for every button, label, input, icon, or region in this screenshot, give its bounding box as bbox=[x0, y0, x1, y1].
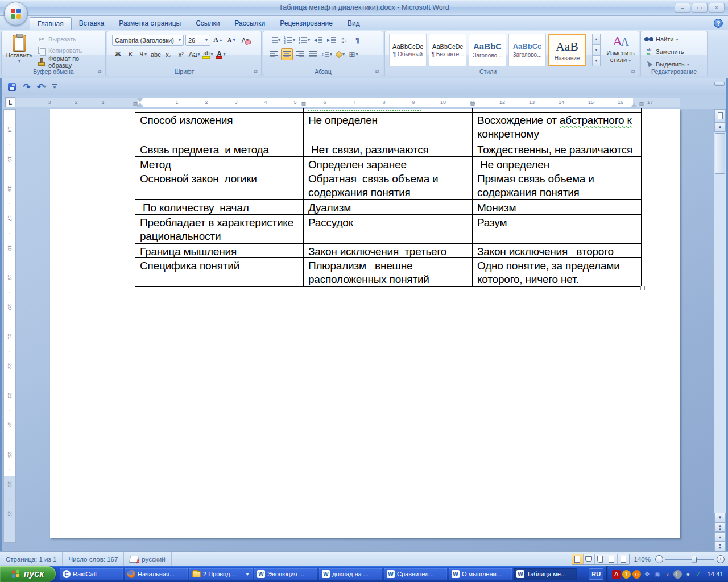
shrink-font-button[interactable]: A▼ bbox=[226, 34, 238, 46]
split-view-handle[interactable] bbox=[714, 82, 725, 86]
paste-button[interactable]: Вставить ▾ bbox=[5, 34, 34, 69]
cut-button[interactable]: ✂ Вырезать bbox=[36, 34, 103, 45]
gallery-expand-button[interactable]: ▼ bbox=[592, 56, 601, 66]
fullscreen-reading-view-button[interactable] bbox=[584, 554, 595, 564]
table-cell[interactable]: Прямая связь объема и содержания понятия bbox=[473, 171, 642, 200]
align-right-button[interactable] bbox=[294, 48, 306, 60]
keyboard-language-indicator[interactable]: RU bbox=[589, 568, 603, 580]
table-cell[interactable]: Нет связи, различаются bbox=[304, 142, 473, 157]
vertical-ruler[interactable]: 14·15·16·17·18·19·20·21·22·23·24·25·26·2… bbox=[3, 109, 16, 543]
view-ruler-toggle-button[interactable] bbox=[714, 109, 726, 122]
document-page[interactable]: Способ изложения Не определен Восхождени… bbox=[50, 109, 680, 538]
font-name-combo[interactable]: Cambria (Заголовки)▾ bbox=[112, 35, 184, 46]
bullets-button[interactable]: ▾ bbox=[268, 34, 282, 46]
show-marks-button[interactable]: ¶ bbox=[351, 34, 363, 46]
page-indicator[interactable]: Страница: 1 из 1 bbox=[0, 552, 63, 566]
taskbar-button-word-o-myshlenii[interactable]: О мышлени... bbox=[449, 568, 512, 580]
taskbar-clock[interactable]: 14:41 bbox=[707, 571, 723, 577]
align-center-button[interactable] bbox=[281, 48, 293, 60]
replace-button[interactable]: abac Заменить bbox=[644, 47, 684, 56]
tab-stop-selector[interactable]: L bbox=[5, 97, 15, 107]
restore-button[interactable]: ▭ bbox=[692, 3, 708, 13]
office-button[interactable] bbox=[4, 2, 28, 26]
line-spacing-button[interactable]: ↕▾ bbox=[320, 48, 333, 60]
horizontal-ruler[interactable]: 3·2·1·1·2·3·4·5·6·7·8·9·10·11·12·13·14·1… bbox=[16, 98, 680, 107]
vertical-scrollbar[interactable]: ▲ ▼ ▲▲ ● ▼▼ bbox=[714, 109, 726, 551]
zoom-out-button[interactable]: − bbox=[655, 555, 663, 563]
taskbar-button-word-sravnitel[interactable]: Сравнител... bbox=[384, 568, 447, 580]
table-cell[interactable]: Одно понятие, за пределами которого, нич… bbox=[473, 258, 642, 287]
table-cell[interactable]: Граница мышления bbox=[135, 244, 304, 258]
align-left-button[interactable] bbox=[268, 48, 280, 60]
format-painter-button[interactable]: Формат по образцу bbox=[36, 56, 103, 68]
select-browse-object-button[interactable]: ● bbox=[714, 532, 726, 542]
swirl-app-tray-icon[interactable]: ◉ bbox=[653, 570, 661, 579]
table-column-marker[interactable] bbox=[302, 102, 306, 106]
strikethrough-button[interactable]: abc bbox=[150, 48, 162, 60]
taskbar-button-raidcall[interactable]: RaidCall bbox=[60, 568, 123, 580]
table-cell[interactable]: Монизм bbox=[473, 200, 642, 215]
redo-button[interactable]: ↷ bbox=[20, 81, 33, 93]
change-styles-button[interactable]: Изменить стили ▾ bbox=[603, 34, 638, 69]
select-button[interactable]: Выделить▾ bbox=[644, 60, 689, 69]
notifier-1-tray-icon[interactable]: 1 bbox=[622, 570, 631, 579]
numbering-button[interactable]: ▾ bbox=[283, 34, 296, 46]
volume-tray-icon[interactable]: ♪ bbox=[663, 570, 672, 579]
tab-glavnaya[interactable]: Главная bbox=[30, 17, 72, 30]
taskbar-button-word-tablica[interactable]: Таблица ме... bbox=[514, 568, 577, 580]
green-app-tray-icon[interactable]: ✓ bbox=[694, 570, 702, 579]
clear-formatting-button[interactable]: Aa bbox=[239, 34, 251, 46]
multilevel-list-button[interactable]: ▾ bbox=[297, 34, 311, 46]
scrollbar-thumb[interactable] bbox=[715, 133, 725, 174]
table-cell[interactable]: Рассудок bbox=[304, 215, 473, 244]
save-button[interactable] bbox=[6, 81, 18, 93]
style-no-spacing[interactable]: AaBbCcDc ¶ Без инте... bbox=[429, 34, 466, 66]
dialog-launcher-icon[interactable]: ⧉ bbox=[254, 69, 260, 75]
hanging-indent-marker[interactable] bbox=[137, 103, 143, 107]
table-cell[interactable]: Связь предмета и метода bbox=[135, 142, 304, 157]
table-cell[interactable]: Специфика понятий bbox=[135, 258, 304, 287]
table-cell-clipped[interactable] bbox=[135, 108, 304, 113]
draft-view-button[interactable] bbox=[618, 554, 629, 564]
table-cell[interactable]: Разум bbox=[473, 215, 642, 244]
table-cell[interactable]: По количеству начал bbox=[135, 200, 304, 215]
dialog-launcher-icon[interactable]: ⧉ bbox=[375, 69, 382, 75]
right-indent-marker[interactable] bbox=[631, 103, 637, 107]
tab-vstavka[interactable]: Вставка bbox=[72, 17, 112, 30]
proofing-status[interactable]: русский bbox=[124, 552, 171, 566]
gray-app-tray-icon[interactable]: ● bbox=[684, 570, 692, 579]
customize-qat-button[interactable]: ▾ bbox=[50, 81, 59, 93]
underline-button[interactable]: Ч▾ bbox=[137, 48, 149, 60]
table-column-marker[interactable] bbox=[471, 102, 475, 106]
table-cell[interactable]: Не определен bbox=[473, 157, 642, 171]
adobe-reader-tray-icon[interactable]: A bbox=[612, 570, 621, 579]
table-column-marker[interactable] bbox=[640, 102, 644, 106]
tab-vid[interactable]: Вид bbox=[340, 17, 367, 30]
bold-button[interactable]: Ж bbox=[112, 48, 124, 60]
style-normal[interactable]: AaBbCcDc ¶ Обычный bbox=[389, 34, 427, 66]
subscript-button[interactable]: x₂ bbox=[163, 48, 175, 60]
tab-rassylki[interactable]: Рассылки bbox=[227, 17, 272, 30]
table-cell-clipped[interactable] bbox=[473, 108, 642, 113]
shading-button[interactable]: ▾ bbox=[334, 48, 346, 60]
tab-razmetka[interactable]: Разметка страницы bbox=[111, 17, 188, 30]
previous-page-button[interactable]: ▲▲ bbox=[714, 522, 726, 532]
next-page-button[interactable]: ▼▼ bbox=[714, 542, 726, 551]
table-cell[interactable]: Основной закон логики bbox=[135, 171, 304, 200]
zoom-slider-thumb[interactable] bbox=[692, 556, 697, 563]
network-tray-icon[interactable]: ❖ bbox=[643, 570, 651, 579]
highlight-button[interactable]: ab▾ bbox=[201, 48, 214, 60]
table-cell[interactable]: Обратная связь объема и содержания понят… bbox=[304, 171, 473, 200]
web-layout-view-button[interactable] bbox=[595, 554, 606, 564]
table-cell[interactable]: Преобладает в характеристике рационально… bbox=[135, 215, 304, 244]
find-button[interactable]: Найти▾ bbox=[644, 35, 678, 44]
style-heading2[interactable]: AaBbCc Заголово... bbox=[508, 34, 546, 66]
borders-button[interactable]: ⊞▾ bbox=[348, 48, 359, 60]
gallery-scroll-up-button[interactable]: ▲ bbox=[592, 34, 601, 44]
first-line-indent-marker[interactable] bbox=[137, 98, 143, 102]
table-resize-handle[interactable] bbox=[640, 286, 645, 290]
undo-button[interactable]: ↶▾ bbox=[35, 81, 48, 93]
copy-button[interactable]: Копировать bbox=[36, 45, 103, 56]
taskbar-button-explorer-group[interactable]: 2 Провод... ▼ bbox=[189, 568, 253, 580]
help-button[interactable]: ? bbox=[714, 19, 723, 28]
